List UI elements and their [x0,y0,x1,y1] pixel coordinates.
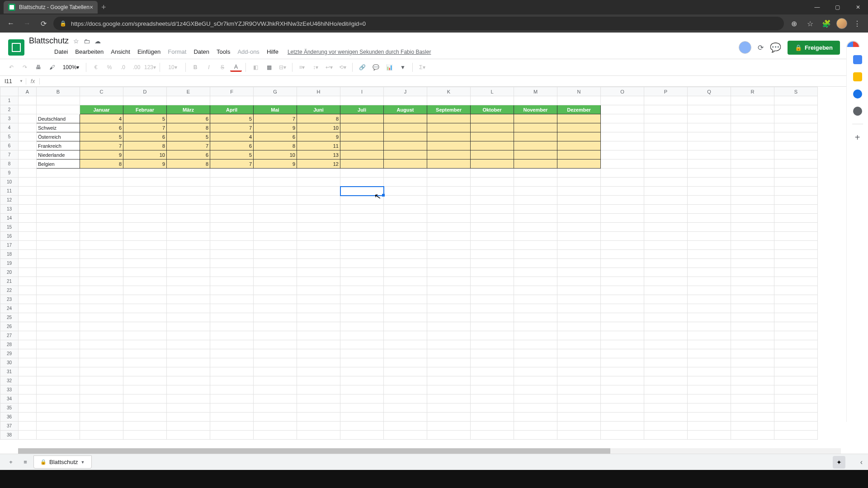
cell[interactable]: 5 [210,150,254,160]
fill-color-button[interactable]: ◧ [250,61,261,73]
cell[interactable] [471,385,514,394]
cell[interactable] [471,404,514,413]
cell[interactable] [731,376,774,385]
cell[interactable] [80,376,123,385]
cell[interactable]: 6 [167,150,210,160]
cell[interactable] [297,295,340,304]
cell[interactable] [427,376,471,385]
cell[interactable] [688,331,731,340]
cell[interactable] [688,196,731,205]
cell[interactable] [123,268,167,277]
cell[interactable] [644,295,688,304]
cell[interactable] [601,413,644,422]
cell[interactable] [427,286,471,295]
cell[interactable] [254,196,297,205]
cell[interactable] [688,250,731,259]
cell[interactable]: 10 [123,150,167,160]
cell[interactable] [384,313,427,322]
cell[interactable] [471,214,514,223]
row-header[interactable]: 33 [0,385,19,394]
cell[interactable] [774,340,818,349]
cell[interactable] [123,250,167,259]
cell[interactable] [731,295,774,304]
share-button[interactable]: 🔒 Freigeben [788,41,840,55]
cell[interactable] [167,268,210,277]
cell[interactable] [123,376,167,385]
cell[interactable] [514,250,557,259]
cell[interactable] [37,105,80,114]
cell[interactable] [731,422,774,431]
cell[interactable] [731,223,774,232]
row-header[interactable]: 12 [0,196,19,205]
cell[interactable] [471,268,514,277]
row-header[interactable]: 30 [0,358,19,367]
cell[interactable] [514,132,557,141]
cell[interactable] [254,96,297,105]
cell[interactable] [514,358,557,367]
cell[interactable]: 8 [167,160,210,169]
profile-avatar[interactable] [836,18,847,29]
cell[interactable] [557,232,601,241]
paint-format-button[interactable]: 🖌 [46,61,58,73]
v-align-button[interactable]: ↕▾ [310,61,321,73]
cell[interactable] [19,394,37,404]
cell[interactable] [471,241,514,250]
cell[interactable] [123,187,167,196]
cell[interactable] [297,241,340,250]
cell[interactable] [123,295,167,304]
cell[interactable] [19,367,37,376]
column-header[interactable]: O [601,87,644,96]
cell[interactable] [297,214,340,223]
row-header[interactable]: 6 [0,141,19,150]
cell[interactable] [123,331,167,340]
row-header[interactable]: 32 [0,376,19,385]
cell[interactable] [340,187,384,196]
cell[interactable] [37,250,80,259]
cell[interactable] [774,422,818,431]
cell[interactable] [254,259,297,268]
row-header[interactable]: 13 [0,205,19,214]
horizontal-scrollbar[interactable] [18,448,841,454]
cell[interactable] [384,160,427,169]
cell[interactable] [37,241,80,250]
cell[interactable] [601,422,644,431]
column-header[interactable]: R [731,87,774,96]
cell[interactable] [688,150,731,160]
cell[interactable] [774,250,818,259]
cell[interactable] [731,250,774,259]
cell[interactable] [557,340,601,349]
cell[interactable] [688,205,731,214]
cell[interactable] [210,187,254,196]
cell[interactable] [514,259,557,268]
cell[interactable] [297,367,340,376]
cell[interactable]: 9 [80,150,123,160]
cell[interactable] [688,241,731,250]
cell[interactable] [427,358,471,367]
cell[interactable] [254,169,297,178]
cell[interactable] [601,295,644,304]
column-header[interactable]: N [557,87,601,96]
cell[interactable]: 7 [123,123,167,132]
cell[interactable] [644,313,688,322]
cell[interactable] [19,277,37,286]
cell[interactable] [254,340,297,349]
cell[interactable] [19,114,37,123]
cell[interactable] [731,431,774,440]
cell[interactable] [297,322,340,331]
cell[interactable] [297,286,340,295]
cell[interactable] [471,340,514,349]
cell[interactable] [644,250,688,259]
cell[interactable] [601,431,644,440]
cell[interactable] [123,232,167,241]
cell[interactable] [297,196,340,205]
cell[interactable] [340,232,384,241]
cell[interactable] [210,394,254,404]
cell[interactable] [557,214,601,223]
cell[interactable] [254,178,297,187]
cell[interactable]: 7 [210,123,254,132]
column-header[interactable]: I [340,87,384,96]
cell[interactable] [557,404,601,413]
cell[interactable] [514,141,557,150]
cell[interactable] [384,340,427,349]
cell[interactable] [340,331,384,340]
